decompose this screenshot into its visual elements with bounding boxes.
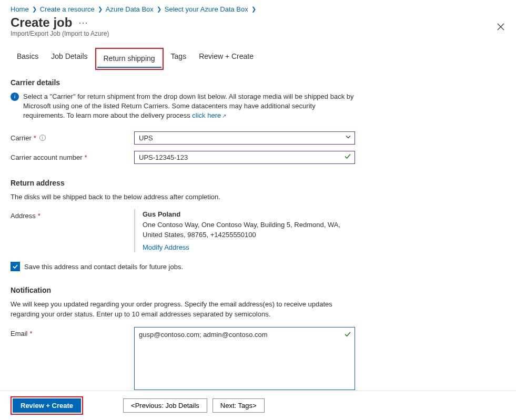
next-button[interactable]: Next: Tags> xyxy=(213,398,265,413)
address-name: Gus Poland xyxy=(143,209,358,220)
notification-heading: Notification xyxy=(11,286,358,294)
email-label: Email * xyxy=(11,327,129,337)
external-link-icon: ↗ xyxy=(222,113,226,119)
close-icon xyxy=(497,23,504,30)
carrier-select[interactable]: UPS xyxy=(135,132,355,144)
footer: Review + Create <Previous: Job Details N… xyxy=(0,391,516,420)
return-address-desc: The disks will be shipped back to the be… xyxy=(11,192,358,202)
save-address-label: Save this address and contact details fo… xyxy=(24,263,183,271)
address-block: Gus Poland One Contoso Way, One Contoso … xyxy=(134,209,358,252)
chevron-right-icon: ❯ xyxy=(157,6,161,13)
breadcrumb-link-create-resource[interactable]: Create a resource xyxy=(40,5,95,13)
checkmark-icon xyxy=(344,331,351,340)
carrier-label: Carrier * i xyxy=(11,131,129,142)
tabs: Basics Job Details Return shipping Tags … xyxy=(0,40,516,70)
info-icon[interactable]: i xyxy=(39,135,46,141)
chevron-right-icon: ❯ xyxy=(98,6,103,13)
modify-address-link[interactable]: Modify Address xyxy=(143,242,189,253)
address-lines: One Contoso Way, One Contoso Way, Buildi… xyxy=(143,220,358,240)
carrier-account-label: Carrier account number * xyxy=(11,151,129,161)
page-title: Create job xyxy=(11,15,72,30)
return-address-heading: Return address xyxy=(11,179,358,187)
page-subtitle: Import/Export Job (Import to Azure) xyxy=(0,30,516,40)
address-label: Address * xyxy=(11,209,129,220)
tab-job-details[interactable]: Job Details xyxy=(45,48,94,70)
previous-button[interactable]: <Previous: Job Details xyxy=(123,398,207,413)
save-address-checkbox[interactable] xyxy=(11,262,20,271)
tab-basics[interactable]: Basics xyxy=(11,48,45,70)
breadcrumb-link-azure-data-box[interactable]: Azure Data Box xyxy=(106,5,154,13)
checkmark-icon xyxy=(344,153,351,162)
breadcrumb-link-home[interactable]: Home xyxy=(11,5,29,13)
breadcrumb: Home ❯ Create a resource ❯ Azure Data Bo… xyxy=(0,0,516,14)
carrier-account-input[interactable] xyxy=(135,151,355,163)
chevron-right-icon: ❯ xyxy=(32,6,37,13)
carrier-info-text: Select a "Carrier" for return shipment f… xyxy=(23,92,358,121)
tab-tags[interactable]: Tags xyxy=(165,48,193,70)
tab-return-shipping[interactable]: Return shipping xyxy=(97,50,161,68)
delivery-process-link[interactable]: click here↗ xyxy=(192,111,226,119)
tab-review-create[interactable]: Review + Create xyxy=(193,48,260,70)
checkmark-icon xyxy=(12,263,18,270)
email-textarea[interactable] xyxy=(135,327,355,388)
info-icon: i xyxy=(11,93,19,101)
breadcrumb-link-select-data-box[interactable]: Select your Azure Data Box xyxy=(165,5,248,13)
carrier-details-heading: Carrier details xyxy=(11,78,358,87)
chevron-right-icon: ❯ xyxy=(251,6,256,13)
review-create-button[interactable]: Review + Create xyxy=(13,398,81,413)
more-options-button[interactable]: ··· xyxy=(78,17,88,28)
notification-desc: We will keep you updated regarding your … xyxy=(11,300,358,320)
close-button[interactable] xyxy=(496,22,505,32)
